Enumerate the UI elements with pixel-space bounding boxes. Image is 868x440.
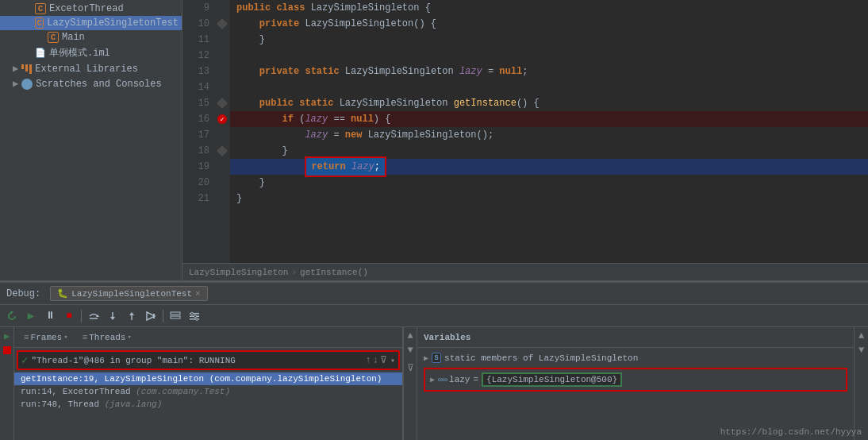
threads-icon: ≡ (83, 333, 88, 342)
stack-frame-label-1: run:14, ExcetorThread (com.company.Test) (21, 387, 230, 396)
editor-gutter: ✓ (214, 0, 230, 263)
lazy-var-name: lazy (449, 375, 470, 384)
thread-filter-icon[interactable]: ⊽ (380, 354, 387, 366)
code-line-19: return lazy; (230, 159, 868, 175)
debug-tab-close[interactable]: × (195, 289, 201, 299)
code-line-14 (230, 79, 868, 95)
frames-icon: ≡ (24, 333, 29, 342)
frames-tabs: ≡ Frames ▾ ≡ Threads ▾ (14, 327, 402, 348)
svg-marker-6 (129, 312, 134, 315)
breakpoint-check: ✓ (220, 115, 224, 124)
variables-header-label: Variables (424, 333, 470, 342)
tab-frames[interactable]: ≡ Frames ▾ (17, 331, 75, 344)
line-num-17: 17 (187, 127, 209, 143)
scratch-icon (21, 79, 33, 90)
stop-button[interactable]: ■ (60, 307, 78, 325)
code-line-10: private LazySimpleSingleton() { (230, 16, 868, 32)
settings-button[interactable] (186, 307, 203, 325)
code-line-16: if (lazy == null) { (230, 111, 868, 127)
step-over-button[interactable] (85, 307, 102, 325)
line-num-20: 20 (187, 175, 209, 191)
svg-rect-9 (171, 312, 180, 315)
variables-panel: Variables ▶ s static members of LazySimp… (417, 327, 854, 440)
breakpoint-16[interactable]: ✓ (217, 114, 227, 124)
debug-tab-label: LazySimpleSingletonTest (71, 289, 192, 299)
gutter-18 (214, 143, 230, 159)
gutter-10 (214, 16, 230, 32)
tab-threads[interactable]: ≡ Threads ▾ (76, 331, 138, 344)
static-label: s (432, 353, 441, 363)
sidebar-item-iml[interactable]: 📄 单例模式.iml (0, 44, 182, 61)
sidebar-item-scratches[interactable]: ▶ Scratches and Consoles (0, 76, 182, 91)
scratch-expand-icon: ▶ (13, 78, 18, 90)
sidebar-item-label-5: External Libraries (35, 64, 138, 75)
gutter-12 (214, 48, 230, 64)
lazy-equals: = (473, 375, 478, 384)
var-scroll-down[interactable]: ▼ (858, 345, 864, 356)
thread-down-arrow[interactable]: ↓ (373, 355, 378, 366)
lazy-expand-icon: ▶ (430, 375, 435, 384)
line-num-9: 9 (187, 0, 209, 16)
code-line-12 (230, 48, 868, 64)
pause-button[interactable]: ⏸ (41, 307, 59, 325)
var-item-static[interactable]: ▶ s static members of LazySimpleSingleto… (421, 351, 851, 365)
step-into-button[interactable] (104, 307, 121, 325)
main-container: C ExcetorThread C LazySimpleSingletonTes… (0, 0, 868, 440)
resume-icon: ▶ (28, 309, 34, 322)
thread-selector[interactable]: ✓ "Thread-1"@486 in group "main": RUNNIN… (17, 350, 400, 370)
debug-content: ▶ ≡ Frames ▾ ≡ Threads (0, 327, 868, 440)
variables-scroll: ▲ ▼ (854, 327, 868, 440)
sidebar-item-main[interactable]: C Main (0, 30, 182, 44)
watermark-text: https://blog.csdn.net/hyyya (720, 427, 862, 437)
pause-icon: ⏸ (45, 310, 55, 322)
thread-up-arrow[interactable]: ↑ (366, 355, 371, 366)
gutter-stop-btn[interactable] (2, 345, 13, 356)
diamond-15 (217, 98, 228, 109)
thread-list: ✓ "Thread-1"@486 in group "main": RUNNIN… (14, 348, 402, 440)
red-square-icon (3, 346, 11, 354)
thread-name-label: "Thread-1"@486 in group "main": RUNNING (31, 356, 362, 365)
line-num-21: 21 (187, 191, 209, 206)
svg-point-14 (191, 312, 194, 315)
debug-tab-bar: Debug: 🐛 LazySimpleSingletonTest × (0, 283, 868, 305)
line-num-15: 15 (187, 95, 209, 111)
frames-button[interactable] (167, 307, 184, 325)
lazy-type-icons: ∞∞ (438, 376, 447, 384)
svg-marker-4 (110, 317, 115, 320)
var-scroll-up[interactable]: ▲ (858, 330, 864, 342)
green-arrow-icon: ▶ (4, 330, 10, 342)
frames-panel: ≡ Frames ▾ ≡ Threads ▾ ✓ "Thread- (14, 327, 403, 440)
restart-button[interactable] (3, 307, 21, 325)
filter-icon[interactable]: ⊽ (407, 362, 414, 374)
frames-tab-arrow: ▾ (63, 333, 67, 342)
sidebar-item-label: ExcetorThread (49, 3, 124, 14)
code-line-17: lazy = new LazySimpleSingleton(); (230, 127, 868, 143)
stack-frame-2[interactable]: run:748, Thread (java.lang) (14, 398, 402, 411)
run-to-cursor-button[interactable] (142, 307, 159, 325)
resume-button[interactable]: ▶ (22, 307, 40, 325)
sidebar-item-external-libs[interactable]: ▶ External Libraries (0, 61, 182, 76)
stack-frame-1[interactable]: run:14, ExcetorThread (com.company.Test) (14, 385, 402, 398)
stop-icon: ■ (66, 311, 71, 322)
sidebar-item-excetor[interactable]: C ExcetorThread (0, 2, 182, 16)
var-item-lazy[interactable]: ▶ ∞∞ lazy = {LazySimpleSingleton@500} (427, 371, 844, 388)
code-editor: 9 10 11 12 13 14 15 16 17 18 19 20 21 (182, 0, 868, 280)
sidebar-item-lazy-test[interactable]: C LazySimpleSingletonTest (0, 16, 182, 30)
gutter-resume-btn[interactable]: ▶ (2, 330, 13, 342)
code-lines: public class LazySimpleSingleton { priva… (230, 0, 868, 263)
step-out-button[interactable] (123, 307, 140, 325)
scroll-down-icon[interactable]: ▼ (407, 345, 413, 356)
thread-dropdown-arrow[interactable]: ▾ (390, 356, 395, 365)
scroll-up-icon[interactable]: ▲ (407, 330, 413, 342)
debug-tab-icon: 🐛 (57, 288, 68, 299)
debug-label: Debug: (6, 288, 40, 299)
sidebar-item-label-2: LazySimpleSingletonTest (47, 17, 179, 29)
line-num-18: 18 (187, 143, 209, 159)
debug-tab-lazy[interactable]: 🐛 LazySimpleSingletonTest × (50, 286, 207, 301)
line-num-11: 11 (187, 32, 209, 48)
code-line-21: } (230, 191, 868, 206)
gutter-17 (214, 127, 230, 143)
var-expand-icon: ▶ (424, 353, 428, 363)
toolbar-sep-1 (81, 310, 82, 322)
stack-frame-0[interactable]: getInstance:19, LazySimpleSingleton (com… (14, 372, 402, 385)
